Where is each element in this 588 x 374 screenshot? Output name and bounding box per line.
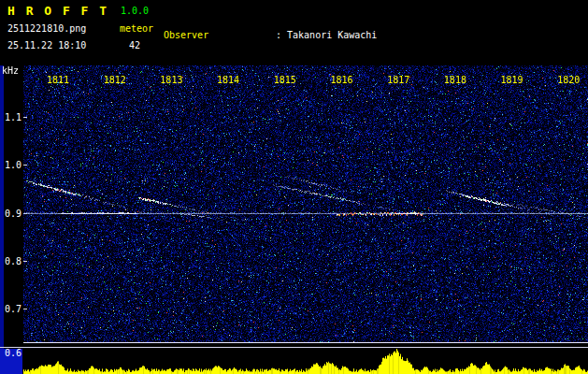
time-tick-label: 1820 xyxy=(557,75,580,85)
mode-label: meteor xyxy=(120,23,153,34)
freq-tick-label: 0.8 xyxy=(5,256,22,266)
info-label: Observer xyxy=(164,29,276,41)
filename-label: 2511221810.png xyxy=(7,23,86,34)
left-edge-strip xyxy=(0,65,4,374)
time-tick-label: 1814 xyxy=(217,75,239,85)
freq-tick-label: 1.0 xyxy=(5,160,22,170)
time-tick-label: 1818 xyxy=(444,75,466,85)
separator-line-lower xyxy=(0,347,588,348)
info-row: Observer: Takanori Kawachi xyxy=(164,29,490,41)
spectrogram-canvas xyxy=(23,65,588,342)
time-tick-label: 1816 xyxy=(330,75,352,85)
time-tick-label: 1815 xyxy=(274,75,296,85)
freq-unit-label: kHz xyxy=(2,65,19,76)
freq-tick-label: 1.1 xyxy=(5,112,22,122)
datetime-label: 25.11.22 18:10 xyxy=(7,40,86,50)
time-tick-label: 1813 xyxy=(160,75,182,85)
separator-line-upper xyxy=(23,342,588,343)
version-label: 1.0.0 xyxy=(121,6,149,16)
time-tick-label: 1817 xyxy=(387,75,409,85)
level-graph-canvas xyxy=(23,349,588,374)
time-tick-label: 1819 xyxy=(501,75,523,85)
time-tick-label: 1811 xyxy=(47,75,69,85)
info-value: : Takanori Kawachi xyxy=(276,30,377,40)
count-label: 42 xyxy=(129,40,140,50)
freq-tick-label: 0.9 xyxy=(5,209,22,219)
freq-tick-label: 0.7 xyxy=(5,304,22,314)
freq-tick-label: 0.6 xyxy=(5,348,22,358)
hrofft-window: H R O F F T 1.0.0 2511221810.png meteor … xyxy=(0,0,588,374)
app-title: H R O F F T xyxy=(7,4,108,18)
time-tick-label: 1812 xyxy=(104,75,126,85)
